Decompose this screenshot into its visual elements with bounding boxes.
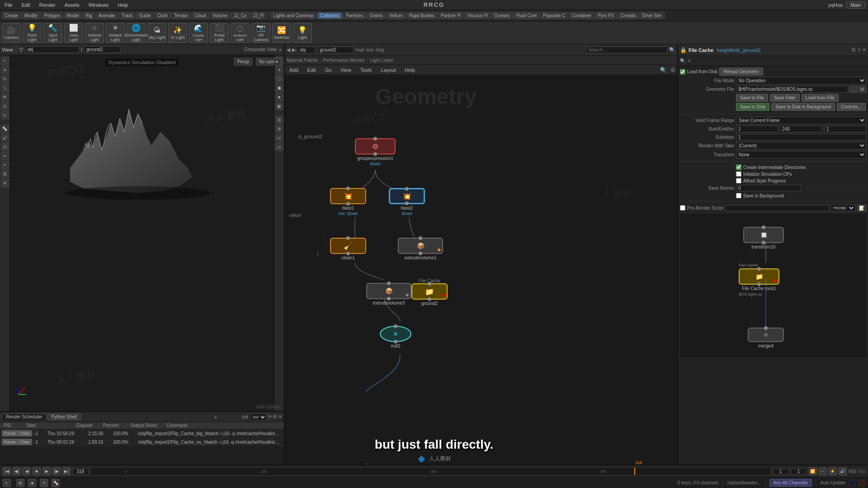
file-menu[interactable]: File <box>3 1 14 9</box>
render-scheduler-tab[interactable]: Render Scheduler <box>2 413 47 420</box>
next-key-btn[interactable]: |▶ <box>52 467 61 475</box>
collisions-btn[interactable]: Collisions <box>317 12 342 19</box>
frame-start-input[interactable] <box>773 468 789 475</box>
alfred-check[interactable] <box>736 178 741 183</box>
go-menu[interactable]: Go <box>322 66 335 74</box>
node-blast2[interactable]: 💥 blast2 down <box>389 188 425 216</box>
env-light-btn[interactable]: 🌐 Environment Light <box>127 23 146 43</box>
gear-icon[interactable]: ⚙ <box>851 47 856 53</box>
play-begin-btn[interactable]: |◀ <box>3 467 11 475</box>
node-editor-area[interactable]: Geometry RRCG 人人素材 <box>285 75 677 477</box>
modify-btn[interactable]: Modify <box>22 12 40 19</box>
right-node-file-cache-rock1[interactable]: File Cache 📁 File Cache rock1 $OS.bgeo.s… <box>739 263 779 296</box>
volume-light-btn[interactable]: ○ Volume Light <box>85 23 104 43</box>
vr-camera-btn[interactable]: 📷 VR Camera <box>251 23 270 43</box>
back-btn[interactable]: ◀ <box>287 47 290 53</box>
node-search[interactable] <box>586 47 667 53</box>
node-blast1[interactable]: 💥 blast1 not: down <box>330 188 366 216</box>
cloth-btn[interactable]: Cloth <box>155 12 170 19</box>
play-end-btn[interactable]: ▶| <box>62 467 71 475</box>
origin-icon[interactable]: ⊕ <box>275 125 283 133</box>
search-icon[interactable]: 🔍 <box>669 47 675 53</box>
persp-dropdown[interactable]: Persp <box>234 58 252 66</box>
geo-file-browse[interactable]: ... <box>849 86 857 93</box>
ambient-light-btn[interactable]: ◌ Ambient Light <box>231 23 250 43</box>
scheduler-settings[interactable]: ⚙ <box>273 414 277 420</box>
z1-icon[interactable]: z1 <box>275 134 283 142</box>
view-icon-select[interactable]: ▽ <box>19 47 23 53</box>
grains-btn[interactable]: Grains <box>367 12 385 19</box>
soft-tool[interactable]: ⊛ <box>1 179 9 187</box>
portal-light-btn[interactable]: ⬛ Portal Light <box>210 23 229 43</box>
python-shell-tab[interactable]: Python Shell <box>47 413 81 420</box>
select-tool[interactable]: ↖ <box>1 57 9 65</box>
handle-tool[interactable]: ⊙ <box>1 111 9 119</box>
save-bg-label[interactable]: Save in Background <box>743 193 784 198</box>
geo-file-input[interactable] <box>736 86 848 93</box>
vellum-btn[interactable]: Vellum <box>387 12 406 19</box>
particle-fl-btn[interactable]: Particle Fl <box>438 12 463 19</box>
render-menu[interactable]: Render <box>38 1 57 9</box>
help-menu-node[interactable]: Help <box>402 66 418 74</box>
edit-tool[interactable]: ✏ <box>1 152 9 160</box>
right-lock-icon[interactable]: 🔒 <box>680 47 687 53</box>
scale-tool[interactable]: ⤡ <box>1 84 9 92</box>
add-menu[interactable]: Add <box>287 66 301 74</box>
texture-icon[interactable]: ▦ <box>275 102 283 110</box>
caustic-light-btn[interactable]: 🌊 Caustic Light <box>189 23 208 43</box>
paint-tool[interactable]: 🖌 <box>1 134 9 142</box>
help-menu[interactable]: Help <box>116 1 130 9</box>
view-tool[interactable]: 👁 <box>1 93 9 101</box>
substeps-input[interactable] <box>736 134 866 141</box>
scheduler-close[interactable]: ✕ <box>278 414 282 420</box>
status-snap-btn[interactable]: ⊞ <box>16 479 24 487</box>
node-null2[interactable]: ✕ null2 <box>380 326 411 348</box>
rotate-tool[interactable]: ↻ <box>1 75 9 83</box>
rig-btn[interactable]: Rig <box>83 12 95 19</box>
jj-fl-btn[interactable]: JJ_Fl <box>250 12 267 19</box>
prev-key-btn[interactable]: ◀| <box>13 467 21 475</box>
layout-menu[interactable]: Layout <box>378 66 399 74</box>
timeline-area[interactable]: 0 100 200 300 318 <box>90 467 771 475</box>
pre-render-check[interactable] <box>680 205 685 211</box>
geo-file-expand[interactable]: ⊞ <box>858 86 866 93</box>
shade-icon[interactable]: ⬡ <box>275 75 283 83</box>
light-generic-btn[interactable]: 💡 Light <box>293 23 312 43</box>
track-btn[interactable]: Track <box>119 12 136 19</box>
inc-input[interactable] <box>824 126 866 132</box>
main-dropdown[interactable]: Main <box>846 1 865 9</box>
view-path-obj[interactable] <box>25 46 79 53</box>
help-icon-right[interactable]: ? <box>858 47 860 53</box>
node-extrudevolume3[interactable]: 📦 extrudevolume3 <box>366 283 411 305</box>
polygon-btn[interactable]: Polygon <box>41 12 63 19</box>
light-icon[interactable]: ☀ <box>275 66 283 74</box>
spot-light-btn[interactable]: 🔦 Spot Light <box>43 23 62 43</box>
sculpt-tool[interactable]: ⊡ <box>1 143 9 151</box>
viewport-3d[interactable]: ↖ ✛ ↻ ⤡ 👁 ◎ ⊙ 🦴 🖌 ⊡ ✏ ≡ ⊞ ⊛ ◈ ☀ ⬡ <box>0 55 284 411</box>
loop-btn[interactable]: 🔁 <box>809 467 817 475</box>
drive-sim-btn[interactable]: Drive Sim <box>639 12 664 19</box>
status-select-btn[interactable]: ↖ <box>3 479 11 487</box>
forward-btn[interactable]: ▶ <box>292 47 296 53</box>
windows-menu[interactable]: Windows <box>87 1 111 9</box>
wireframe-icon[interactable]: ⬢ <box>275 84 283 92</box>
node-settings-icon[interactable]: ⚙ <box>670 67 675 73</box>
load-from-disk-label[interactable]: Load from Disk <box>687 69 717 74</box>
sim-btn[interactable]: ⚡ <box>829 467 837 475</box>
load-from-disk-check[interactable] <box>680 69 685 75</box>
terrain-btn[interactable]: Terrain <box>171 12 191 19</box>
pause-btn-2[interactable]: Pause <box>2 439 18 445</box>
node-file-cache-ground2[interactable]: File Cache 📁 ground2 <box>411 278 448 306</box>
node-extrudevolume1[interactable]: 📦 extrudevolume1 <box>398 238 443 260</box>
volume-btn[interactable]: Volume <box>210 12 230 19</box>
right-node-merge4[interactable]: ⊕ merge4 <box>748 328 784 348</box>
translate-tool[interactable]: ✛ <box>1 66 9 74</box>
sky-light-btn[interactable]: 🌤 Sky Light <box>147 23 166 43</box>
save-disk-bg-btn[interactable]: Save to Disk in Background <box>771 103 835 111</box>
status-animate-btn[interactable]: ⏱ <box>40 479 48 487</box>
edit-menu-node[interactable]: Edit <box>305 66 319 74</box>
tools-menu[interactable]: Tools <box>358 66 375 74</box>
play-back-btn[interactable]: ◀ <box>23 467 31 475</box>
color-swatch-2[interactable] <box>859 480 865 486</box>
pose-tool[interactable]: 🦴 <box>1 125 9 133</box>
